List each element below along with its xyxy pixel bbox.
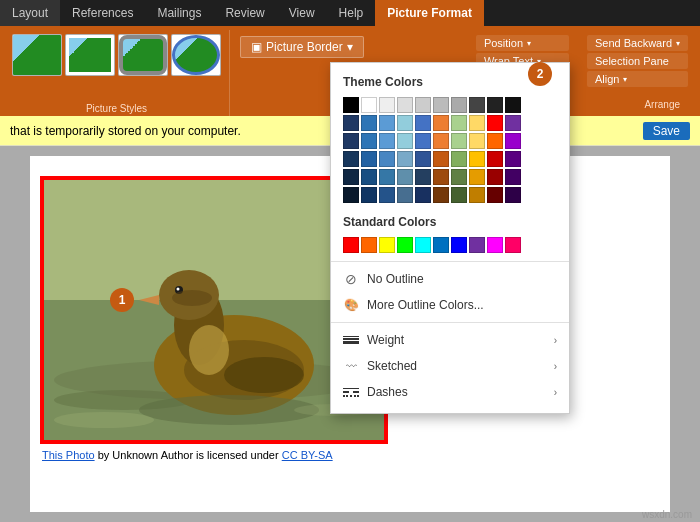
color-cell[interactable] [415,169,431,185]
color-cell[interactable] [487,151,503,167]
color-cell[interactable] [379,133,395,149]
color-cell[interactable] [487,169,503,185]
style-thumb-1[interactable] [12,34,62,76]
color-cell[interactable] [433,151,449,167]
color-cell[interactable] [469,169,485,185]
picture-border-icon: ▣ [251,40,262,54]
color-cell[interactable] [469,97,485,113]
color-cell[interactable] [361,151,377,167]
color-cell[interactable] [361,97,377,113]
color-cell[interactable] [397,97,413,113]
color-cell[interactable] [415,97,431,113]
color-cell[interactable] [433,133,449,149]
picture-styles-label: Picture Styles [86,103,147,116]
color-cell[interactable] [343,187,359,203]
color-cell[interactable] [415,115,431,131]
tab-help[interactable]: Help [327,0,376,26]
color-cell[interactable] [415,187,431,203]
tab-picture-format[interactable]: Picture Format [375,0,484,26]
color-cell[interactable] [505,169,521,185]
badge-1: 1 [110,288,134,312]
color-cell[interactable] [505,151,521,167]
standard-color-cell[interactable] [379,237,395,253]
color-cell[interactable] [433,187,449,203]
color-cell[interactable] [415,151,431,167]
color-cell[interactable] [415,133,431,149]
color-cell[interactable] [451,97,467,113]
color-cell[interactable] [361,133,377,149]
align-button[interactable]: Align▾ [587,71,688,87]
standard-color-cell[interactable] [343,237,359,253]
color-cell[interactable] [343,97,359,113]
color-cell[interactable] [505,133,521,149]
tab-references[interactable]: References [60,0,145,26]
no-outline-item[interactable]: ⊘ No Outline [331,266,569,292]
color-cell[interactable] [469,133,485,149]
color-cell[interactable] [451,115,467,131]
color-cell[interactable] [451,151,467,167]
standard-color-cell[interactable] [487,237,503,253]
color-cell[interactable] [487,133,503,149]
sketched-item[interactable]: 〰 Sketched › [331,353,569,379]
style-thumb-4[interactable] [171,34,221,76]
this-photo-link[interactable]: This Photo [42,449,95,461]
more-colors-item[interactable]: 🎨 More Outline Colors... [331,292,569,318]
color-cell[interactable] [487,97,503,113]
tab-view[interactable]: View [277,0,327,26]
color-cell[interactable] [397,169,413,185]
theme-color-row [343,133,557,149]
color-cell[interactable] [505,187,521,203]
dashes-item[interactable]: Dashes › [331,379,569,405]
cc-link[interactable]: CC BY-SA [282,449,333,461]
color-cell[interactable] [343,169,359,185]
caption: This Photo by Unknown Author is licensed… [42,448,660,462]
tab-review[interactable]: Review [213,0,276,26]
color-cell[interactable] [343,151,359,167]
theme-color-row [343,187,557,203]
style-thumb-2[interactable] [65,34,115,76]
color-cell[interactable] [451,169,467,185]
color-cell[interactable] [379,187,395,203]
color-cell[interactable] [379,151,395,167]
standard-color-cell[interactable] [397,237,413,253]
color-cell[interactable] [361,187,377,203]
standard-color-cell[interactable] [451,237,467,253]
color-cell[interactable] [505,97,521,113]
weight-item[interactable]: Weight › [331,327,569,353]
color-cell[interactable] [343,115,359,131]
standard-color-cell[interactable] [361,237,377,253]
tab-mailings[interactable]: Mailings [145,0,213,26]
color-cell[interactable] [397,133,413,149]
color-cell[interactable] [451,133,467,149]
color-cell[interactable] [379,115,395,131]
color-cell[interactable] [487,187,503,203]
color-cell[interactable] [397,115,413,131]
style-thumb-3[interactable] [118,34,168,76]
color-cell[interactable] [433,97,449,113]
color-cell[interactable] [379,97,395,113]
color-cell[interactable] [451,187,467,203]
color-cell[interactable] [505,115,521,131]
color-cell[interactable] [469,115,485,131]
color-cell[interactable] [361,115,377,131]
color-cell[interactable] [343,133,359,149]
tab-layout[interactable]: Layout [0,0,60,26]
color-cell[interactable] [379,169,395,185]
selection-pane-button[interactable]: Selection Pane [587,53,688,69]
standard-color-cell[interactable] [415,237,431,253]
save-button[interactable]: Save [643,122,690,140]
color-cell[interactable] [433,115,449,131]
color-cell[interactable] [433,169,449,185]
standard-color-cell[interactable] [505,237,521,253]
position-button[interactable]: Position▾ [476,35,569,51]
standard-color-cell[interactable] [433,237,449,253]
picture-border-button[interactable]: ▣ Picture Border ▾ [240,36,364,58]
color-cell[interactable] [397,151,413,167]
color-cell[interactable] [469,187,485,203]
send-backward-button[interactable]: Send Backward▾ [587,35,688,51]
color-cell[interactable] [469,151,485,167]
color-cell[interactable] [361,169,377,185]
color-cell[interactable] [487,115,503,131]
standard-color-cell[interactable] [469,237,485,253]
color-cell[interactable] [397,187,413,203]
